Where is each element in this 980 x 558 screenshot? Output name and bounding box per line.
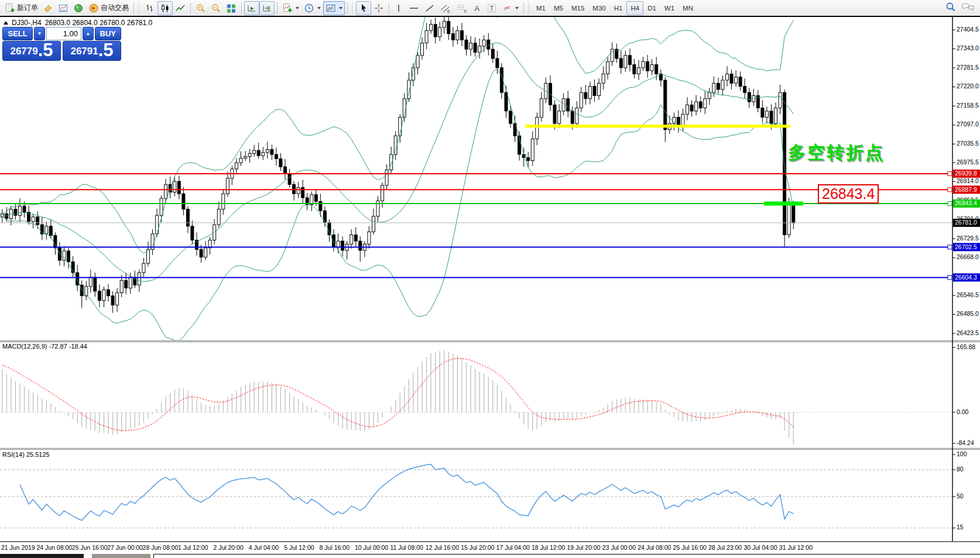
main-toolbar: 新订单 自动交易 [0,0,980,17]
timeframe-m15[interactable]: M15 [567,1,588,15]
ohlc-values: 26803.0 26804.0 26780.0 26781.0 [45,19,153,27]
new-order-button[interactable]: 新订单 [2,1,40,15]
channel-letter: E [447,9,450,13]
auto-scroll-icon [246,3,257,13]
buy-price-box[interactable]: 26791.5 [63,41,121,61]
trendline-button[interactable] [422,1,437,15]
vertical-line-icon [395,3,403,13]
timeframe-h4[interactable]: H4 [626,1,643,15]
svg-text:165.88: 165.88 [957,343,975,350]
timeframe-d1[interactable]: D1 [643,1,660,15]
text-t-glyph: T [490,5,494,12]
svg-text:27220.0: 27220.0 [957,82,979,89]
toolbar-drag-handle [138,2,141,14]
svg-text:15: 15 [957,523,964,531]
svg-text:26975.5: 26975.5 [957,159,979,166]
sell-button[interactable]: SELL [2,27,33,40]
symbol-period-label: DJ30-,H4 [12,19,42,27]
zoom-out-button[interactable] [208,1,224,15]
collapse-arrow-icon[interactable] [4,21,8,25]
chart-shift-button[interactable] [259,1,275,15]
tile-windows-icon [226,3,237,13]
profile-icon [58,3,68,13]
vertical-line-button[interactable] [392,1,406,15]
crosshair-button[interactable] [371,1,386,15]
auto-scroll-button[interactable] [244,1,259,15]
candlestick-icon [160,3,170,13]
rsi-indicator-label: RSI(14) 25.5125 [2,451,50,458]
sell-price-main: 26779 [10,44,37,59]
dropdown-caret-icon [339,7,342,9]
timeframe-w1[interactable]: W1 [660,1,679,15]
sell-price-frac: .5 [38,41,53,59]
bar-chart-icon [145,3,155,13]
timeframe-h1[interactable]: H1 [610,1,627,15]
text-label-button[interactable]: T [484,1,499,15]
zoom-in-icon [196,3,206,13]
arrows-button[interactable] [499,1,521,15]
chart-area[interactable]: 27404.527343.027281.527220.027158.527097… [0,0,980,558]
toolbar-separator [190,2,191,14]
candlestick-button[interactable] [157,1,173,15]
text-button[interactable]: A [470,1,484,15]
auto-trading-label: 自动交易 [101,3,129,13]
toolbar-separator [133,2,134,14]
volume-increase-button[interactable]: ▲ [83,27,94,40]
svg-text:50: 50 [957,492,964,500]
toolbar-drag-handle [528,2,530,14]
svg-text:26546.5: 26546.5 [957,291,979,298]
svg-text:100: 100 [957,450,967,457]
dropdown-caret-icon [317,7,321,9]
timeframe-m5[interactable]: M5 [550,1,567,15]
volume-input[interactable] [46,27,81,40]
periods-button[interactable] [301,1,323,15]
equidistant-channel-button[interactable]: E [437,1,454,15]
chat-icon[interactable] [961,1,975,13]
svg-text:80: 80 [957,466,964,473]
cursor-button[interactable] [356,1,371,15]
toolbar-separator [241,2,242,14]
eraser-button[interactable] [40,1,56,15]
arrows-icon [502,3,512,13]
svg-text:26843.4: 26843.4 [955,199,977,206]
svg-text:4 Jul 04:00: 4 Jul 04:00 [249,544,279,551]
volume-decrease-button[interactable]: ▼ [34,27,45,40]
signal-icon [73,3,84,13]
bottom-bar-panel [153,554,980,558]
buy-button[interactable]: BUY [95,27,121,40]
turning-point-annotation: 多空转折点 [788,141,885,165]
bar-chart-button[interactable] [142,1,157,15]
timeframe-m1[interactable]: M1 [532,1,550,15]
profile-button[interactable] [56,1,71,15]
timeframe-m30[interactable]: M30 [588,1,609,15]
indicators-icon [282,3,293,13]
svg-text:8 Jul 16:00: 8 Jul 16:00 [320,544,350,551]
svg-text:28 Jul 23:00: 28 Jul 23:00 [708,544,742,551]
zoom-in-button[interactable] [193,1,208,15]
text-label-icon: T [486,3,497,13]
line-chart-button[interactable] [173,1,188,15]
cursor-icon [358,3,369,13]
svg-text:18 Jul 12:00: 18 Jul 12:00 [532,544,565,551]
search-icon[interactable] [945,1,957,13]
bottom-bar-segment [92,554,150,558]
buy-price-frac: .5 [98,41,114,59]
auto-trading-button[interactable]: 自动交易 [86,1,131,15]
svg-text:24 Jun 08:00: 24 Jun 08:00 [36,544,72,551]
tile-windows-button[interactable] [224,1,239,15]
fibonacci-button[interactable]: F [454,1,470,15]
horizontal-line-button[interactable] [406,1,422,15]
svg-text:25 Jun 16:00: 25 Jun 16:00 [72,544,108,551]
signal-button[interactable] [71,1,86,15]
templates-button[interactable] [323,1,345,15]
equidistant-channel-icon: E [440,3,451,13]
timeframe-mn[interactable]: MN [679,1,697,15]
horizontal-line-icon [408,3,420,13]
svg-text:27343.0: 27343.0 [957,44,979,51]
new-order-label: 新订单 [17,3,38,13]
sell-price-box[interactable]: 26779.5 [2,41,61,61]
svg-text:10 Jul 00:00: 10 Jul 00:00 [355,544,388,551]
bottom-bar-tab[interactable] [0,554,84,558]
fibo-letter: F [464,9,467,13]
indicators-button[interactable] [280,1,301,15]
